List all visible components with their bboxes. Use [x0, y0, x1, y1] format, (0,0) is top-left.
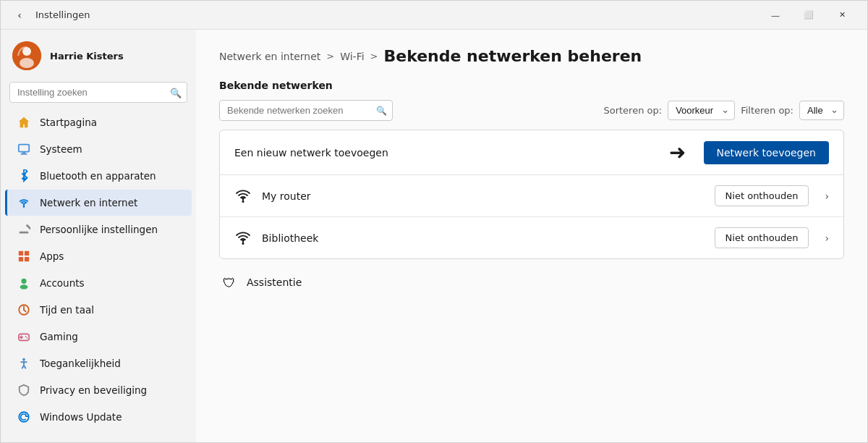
breadcrumb-wifi[interactable]: Wi-Fi	[340, 51, 364, 62]
sort-filter-row: Sorteren op: Voorkeur Filteren op: Alle	[603, 101, 844, 120]
filter-label: Filteren op:	[741, 105, 793, 116]
add-network-label: Een nieuw netwerk toevoegen	[234, 147, 388, 159]
svg-rect-8	[26, 224, 30, 230]
sidebar-item-label-gaming: Gaming	[40, 331, 78, 342]
svg-rect-10	[25, 251, 29, 256]
network-search-box: 🔍	[219, 100, 393, 121]
sidebar-item-label-apps: Apps	[40, 250, 64, 262]
sidebar: Harrie Kisters 🔍 StartpaginaSysteemBluet…	[1, 30, 196, 442]
systeem-icon	[17, 142, 31, 156]
personal-icon	[17, 222, 31, 237]
breadcrumb: Netwerk en internet > Wi-Fi > Bekende ne…	[219, 47, 844, 65]
sidebar-item-toegankelijkheid[interactable]: Toegankelijkheid	[5, 350, 192, 376]
toegankelijkheid-icon	[17, 356, 31, 371]
network-search-input[interactable]	[219, 100, 393, 121]
svg-rect-3	[19, 145, 29, 152]
search-input[interactable]	[9, 82, 187, 103]
chevron-right-icon: ›	[825, 190, 829, 202]
titlebar: ‹ Instellingen — ⬜ ✕	[1, 1, 867, 30]
assistentie-label: Assistentie	[247, 277, 302, 288]
sidebar-item-time[interactable]: Tijd en taal	[5, 297, 192, 323]
network-list: Een nieuw netwerk toevoegen ➜ Netwerk to…	[219, 130, 844, 259]
sidebar-item-startpagina[interactable]: Startpagina	[5, 109, 192, 135]
arrow-icon: ➜	[669, 140, 686, 164]
sidebar-item-label-startpagina: Startpagina	[40, 117, 97, 128]
close-button[interactable]: ✕	[825, 1, 859, 30]
forget-button-1[interactable]: Niet onthouden	[715, 227, 809, 248]
add-network-row: Een nieuw netwerk toevoegen ➜ Netwerk to…	[220, 130, 843, 175]
svg-point-2	[20, 58, 34, 68]
sidebar-item-network[interactable]: Netwerk en internet	[5, 190, 192, 216]
svg-rect-5	[21, 153, 27, 154]
startpagina-icon	[17, 115, 31, 130]
sidebar-item-label-personal: Persoonlijke instellingen	[40, 224, 158, 235]
svg-point-14	[20, 284, 28, 289]
svg-point-30	[242, 242, 244, 245]
breadcrumb-current: Bekende netwerken beheren	[383, 47, 642, 65]
add-row-right: ➜ Netwerk toevoegen	[669, 140, 829, 164]
sidebar-item-privacy[interactable]: Privacy en beveiliging	[5, 377, 192, 403]
add-network-button[interactable]: Netwerk toevoegen	[704, 141, 829, 164]
toolbar: 🔍 Sorteren op: Voorkeur Filteren op: All…	[219, 100, 844, 121]
network-item-0: My routerNiet onthouden›	[220, 175, 843, 217]
nav-list: StartpaginaSysteemBluetooth en apparaten…	[1, 109, 196, 431]
section-title: Bekende netwerken	[219, 80, 844, 91]
maximize-button[interactable]: ⬜	[792, 1, 825, 30]
apps-icon	[17, 249, 31, 263]
main-content: Harrie Kisters 🔍 StartpaginaSysteemBluet…	[1, 30, 867, 442]
window-title: Instellingen	[35, 9, 90, 20]
network-search-icon: 🔍	[376, 106, 387, 116]
sort-label: Sorteren op:	[603, 105, 662, 116]
svg-point-13	[21, 279, 26, 284]
sidebar-item-label-bluetooth: Bluetooth en apparaten	[40, 170, 156, 182]
sidebar-item-label-update: Windows Update	[40, 411, 122, 423]
profile-name: Harrie Kisters	[50, 51, 124, 62]
svg-point-6	[23, 206, 25, 208]
svg-point-1	[22, 47, 31, 56]
breadcrumb-sep-1: >	[326, 51, 334, 62]
assistentie-icon: 🛡	[219, 272, 239, 292]
svg-rect-9	[19, 251, 23, 256]
sort-dropdown[interactable]: Voorkeur	[668, 101, 735, 120]
sidebar-item-personal[interactable]: Persoonlijke instellingen	[5, 216, 192, 242]
sidebar-item-bluetooth[interactable]: Bluetooth en apparaten	[5, 163, 192, 189]
network-name-1: Bibliotheek	[262, 232, 705, 244]
filter-dropdown-wrapper: Alle	[799, 101, 844, 120]
svg-point-29	[242, 201, 244, 203]
sidebar-item-gaming[interactable]: Gaming	[5, 324, 192, 350]
svg-rect-7	[20, 232, 29, 234]
network-icon	[17, 195, 31, 210]
bluetooth-icon	[17, 169, 31, 183]
minimize-button[interactable]: —	[759, 1, 792, 30]
assistentie-row: 🛡 Assistentie	[219, 259, 844, 292]
chevron-right-icon: ›	[825, 232, 829, 244]
svg-line-17	[24, 310, 26, 312]
sidebar-item-label-toegankelijkheid: Toegankelijkheid	[40, 358, 121, 369]
window-controls: — ⬜ ✕	[759, 1, 859, 30]
sidebar-item-label-accounts: Accounts	[40, 277, 85, 289]
back-button[interactable]: ‹	[9, 5, 30, 25]
sidebar-item-label-network: Netwerk en internet	[40, 197, 137, 208]
svg-rect-4	[22, 153, 25, 154]
sidebar-item-update[interactable]: Windows Update	[5, 404, 192, 430]
filter-dropdown[interactable]: Alle	[799, 101, 844, 120]
wifi-icon	[234, 229, 252, 247]
sidebar-item-label-systeem: Systeem	[40, 143, 82, 155]
sidebar-item-apps[interactable]: Apps	[5, 243, 192, 269]
gaming-icon	[17, 329, 31, 344]
svg-point-22	[27, 337, 28, 339]
forget-button-0[interactable]: Niet onthouden	[715, 185, 809, 206]
svg-point-21	[25, 336, 27, 337]
breadcrumb-network[interactable]: Netwerk en internet	[219, 51, 320, 62]
accounts-icon	[17, 276, 31, 290]
svg-rect-11	[19, 257, 23, 261]
sidebar-item-systeem[interactable]: Systeem	[5, 136, 192, 162]
sidebar-search-box: 🔍	[9, 82, 187, 103]
sort-dropdown-wrapper: Voorkeur	[668, 101, 735, 120]
search-icon: 🔍	[170, 87, 182, 98]
network-items: My routerNiet onthouden›BibliotheekNiet …	[220, 175, 843, 258]
network-item-1: BibliotheekNiet onthouden›	[220, 217, 843, 258]
sidebar-item-accounts[interactable]: Accounts	[5, 270, 192, 296]
sidebar-item-label-time: Tijd en taal	[40, 304, 94, 316]
time-icon	[17, 303, 31, 317]
